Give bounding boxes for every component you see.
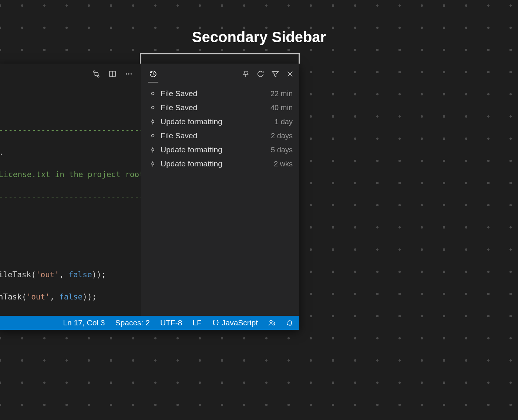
status-language-label: JavaScript [222, 318, 258, 327]
timeline-item[interactable]: Update formatting1 day [148, 115, 293, 129]
filter-icon[interactable] [271, 70, 279, 78]
timeline-item-label: Update formatting [158, 159, 222, 168]
svg-point-11 [152, 92, 154, 95]
svg-point-16 [152, 135, 154, 137]
status-spaces[interactable]: Spaces: 2 [115, 318, 150, 327]
svg-point-1 [97, 75, 99, 77]
git-commit-icon [148, 160, 158, 167]
secondary-sidebar: File Saved22 minFile Saved40 minUpdate f… [141, 64, 299, 316]
timeline-item[interactable]: File Saved22 min [148, 87, 293, 101]
timeline-item-label: File Saved [158, 89, 197, 98]
status-language[interactable]: JavaScript [212, 318, 258, 327]
editor-tab-actions [0, 64, 141, 84]
editor-pane: ----------------------------------------… [0, 64, 141, 316]
svg-point-20 [152, 163, 154, 165]
notifications-icon[interactable] [286, 319, 293, 326]
svg-marker-8 [272, 72, 279, 77]
git-commit-icon [148, 146, 158, 153]
timeline-item-label: File Saved [158, 103, 197, 112]
braces-icon [212, 319, 219, 326]
svg-point-5 [128, 73, 130, 75]
svg-point-17 [152, 149, 154, 151]
status-encoding[interactable]: UTF-8 [160, 318, 182, 327]
svg-point-23 [270, 320, 272, 323]
timeline-item-time: 2 days [271, 132, 293, 140]
svg-point-0 [93, 71, 95, 72]
timeline-item-time: 40 min [270, 104, 293, 112]
timeline-item[interactable]: Update formatting2 wks [148, 157, 293, 171]
circle-icon [148, 105, 158, 110]
svg-point-13 [152, 121, 154, 123]
feedback-icon[interactable] [268, 319, 276, 326]
svg-point-12 [152, 106, 154, 109]
split-editor-icon[interactable] [108, 70, 117, 78]
timeline-list: File Saved22 minFile Saved40 minUpdate f… [141, 84, 299, 171]
timeline-item-time: 2 wks [274, 160, 293, 168]
page-title: Secondary Sidebar [0, 29, 518, 45]
timeline-item-label: Update formatting [158, 117, 222, 126]
timeline-item-time: 1 day [275, 118, 293, 126]
more-actions-icon[interactable] [125, 70, 133, 78]
timeline-item-time: 5 days [271, 146, 293, 154]
compare-changes-icon[interactable] [92, 70, 100, 78]
refresh-icon[interactable] [256, 70, 265, 78]
svg-point-6 [131, 73, 132, 75]
status-bar: Ln 17, Col 3 Spaces: 2 UTF-8 LF JavaScri… [0, 316, 299, 330]
editor-window: ----------------------------------------… [0, 64, 299, 330]
status-cursor[interactable]: Ln 17, Col 3 [63, 318, 105, 327]
timeline-item-time: 22 min [270, 89, 293, 98]
timeline-tab[interactable] [147, 67, 160, 81]
timeline-item[interactable]: File Saved2 days [148, 129, 293, 143]
timeline-item[interactable]: Update formatting5 days [148, 143, 293, 157]
secondary-sidebar-header [141, 64, 299, 84]
status-eol[interactable]: LF [192, 318, 202, 327]
timeline-item[interactable]: File Saved40 min [148, 101, 293, 115]
title-bracket [140, 53, 300, 64]
circle-icon [148, 91, 158, 96]
git-commit-icon [148, 118, 158, 125]
close-icon[interactable] [286, 70, 294, 78]
code-editor[interactable]: ----------------------------------------… [0, 84, 141, 316]
pin-icon[interactable] [242, 70, 250, 78]
timeline-item-label: File Saved [158, 131, 197, 140]
circle-icon [148, 133, 158, 138]
svg-point-4 [126, 73, 127, 75]
timeline-item-label: Update formatting [158, 145, 222, 154]
